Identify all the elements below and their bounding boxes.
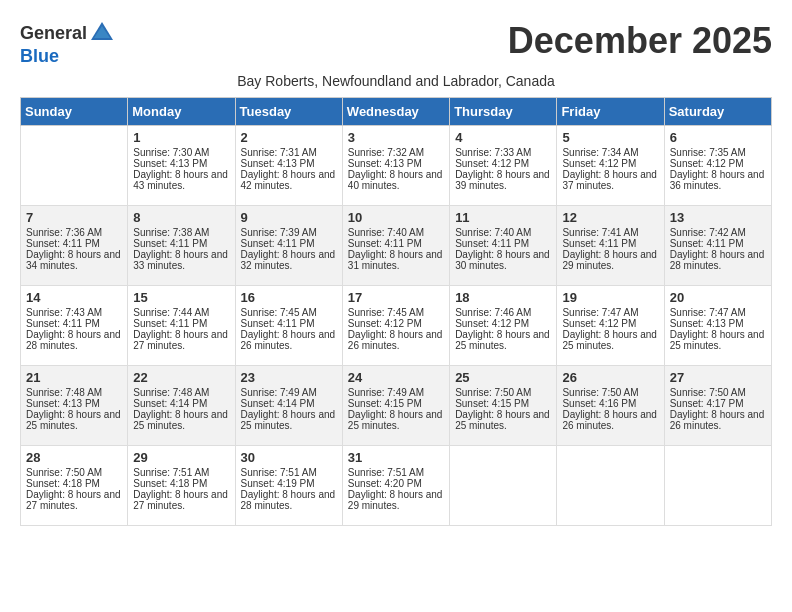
sunset-text: Sunset: 4:11 PM [241,238,337,249]
sunrise-text: Sunrise: 7:51 AM [241,467,337,478]
calendar-cell [21,126,128,206]
calendar-cell: 20Sunrise: 7:47 AMSunset: 4:13 PMDayligh… [664,286,771,366]
day-header-sunday: Sunday [21,98,128,126]
calendar-week-4: 28Sunrise: 7:50 AMSunset: 4:18 PMDayligh… [21,446,772,526]
daylight-text: Daylight: 8 hours and 30 minutes. [455,249,551,271]
daylight-text: Daylight: 8 hours and 39 minutes. [455,169,551,191]
day-number: 26 [562,370,658,385]
sunrise-text: Sunrise: 7:30 AM [133,147,229,158]
sunset-text: Sunset: 4:19 PM [241,478,337,489]
day-header-thursday: Thursday [450,98,557,126]
daylight-text: Daylight: 8 hours and 26 minutes. [562,409,658,431]
sunset-text: Sunset: 4:11 PM [133,238,229,249]
month-title: December 2025 [508,20,772,62]
day-header-monday: Monday [128,98,235,126]
calendar-cell: 10Sunrise: 7:40 AMSunset: 4:11 PMDayligh… [342,206,449,286]
day-number: 15 [133,290,229,305]
sunrise-text: Sunrise: 7:44 AM [133,307,229,318]
sunrise-text: Sunrise: 7:49 AM [241,387,337,398]
sunrise-text: Sunrise: 7:50 AM [26,467,122,478]
sunset-text: Sunset: 4:18 PM [133,478,229,489]
subtitle: Bay Roberts, Newfoundland and Labrador, … [20,73,772,89]
sunset-text: Sunset: 4:17 PM [670,398,766,409]
sunrise-text: Sunrise: 7:38 AM [133,227,229,238]
calendar-cell: 25Sunrise: 7:50 AMSunset: 4:15 PMDayligh… [450,366,557,446]
sunset-text: Sunset: 4:13 PM [670,318,766,329]
daylight-text: Daylight: 8 hours and 28 minutes. [241,489,337,511]
calendar-cell: 21Sunrise: 7:48 AMSunset: 4:13 PMDayligh… [21,366,128,446]
daylight-text: Daylight: 8 hours and 27 minutes. [133,329,229,351]
day-number: 23 [241,370,337,385]
calendar-cell: 13Sunrise: 7:42 AMSunset: 4:11 PMDayligh… [664,206,771,286]
day-number: 5 [562,130,658,145]
daylight-text: Daylight: 8 hours and 25 minutes. [455,329,551,351]
sunrise-text: Sunrise: 7:32 AM [348,147,444,158]
calendar-cell: 26Sunrise: 7:50 AMSunset: 4:16 PMDayligh… [557,366,664,446]
sunset-text: Sunset: 4:12 PM [455,158,551,169]
sunset-text: Sunset: 4:11 PM [241,318,337,329]
daylight-text: Daylight: 8 hours and 32 minutes. [241,249,337,271]
daylight-text: Daylight: 8 hours and 27 minutes. [133,489,229,511]
calendar-cell: 31Sunrise: 7:51 AMSunset: 4:20 PMDayligh… [342,446,449,526]
sunset-text: Sunset: 4:12 PM [562,318,658,329]
calendar-cell: 16Sunrise: 7:45 AMSunset: 4:11 PMDayligh… [235,286,342,366]
sunset-text: Sunset: 4:12 PM [670,158,766,169]
day-number: 19 [562,290,658,305]
calendar-header-row: SundayMondayTuesdayWednesdayThursdayFrid… [21,98,772,126]
sunset-text: Sunset: 4:20 PM [348,478,444,489]
daylight-text: Daylight: 8 hours and 25 minutes. [670,329,766,351]
sunset-text: Sunset: 4:11 PM [455,238,551,249]
sunset-text: Sunset: 4:11 PM [133,318,229,329]
logo-general-text: General [20,23,87,44]
daylight-text: Daylight: 8 hours and 42 minutes. [241,169,337,191]
calendar-cell: 6Sunrise: 7:35 AMSunset: 4:12 PMDaylight… [664,126,771,206]
day-number: 17 [348,290,444,305]
calendar-week-1: 7Sunrise: 7:36 AMSunset: 4:11 PMDaylight… [21,206,772,286]
day-number: 28 [26,450,122,465]
sunset-text: Sunset: 4:11 PM [26,238,122,249]
day-number: 12 [562,210,658,225]
calendar-cell: 22Sunrise: 7:48 AMSunset: 4:14 PMDayligh… [128,366,235,446]
day-number: 3 [348,130,444,145]
daylight-text: Daylight: 8 hours and 27 minutes. [26,489,122,511]
day-header-friday: Friday [557,98,664,126]
sunset-text: Sunset: 4:15 PM [348,398,444,409]
day-number: 6 [670,130,766,145]
calendar-body: 1Sunrise: 7:30 AMSunset: 4:13 PMDaylight… [21,126,772,526]
daylight-text: Daylight: 8 hours and 34 minutes. [26,249,122,271]
day-number: 7 [26,210,122,225]
day-number: 30 [241,450,337,465]
daylight-text: Daylight: 8 hours and 26 minutes. [670,409,766,431]
calendar-cell: 14Sunrise: 7:43 AMSunset: 4:11 PMDayligh… [21,286,128,366]
calendar-table: SundayMondayTuesdayWednesdayThursdayFrid… [20,97,772,526]
calendar-cell: 1Sunrise: 7:30 AMSunset: 4:13 PMDaylight… [128,126,235,206]
sunrise-text: Sunrise: 7:34 AM [562,147,658,158]
calendar-cell: 17Sunrise: 7:45 AMSunset: 4:12 PMDayligh… [342,286,449,366]
calendar-cell: 9Sunrise: 7:39 AMSunset: 4:11 PMDaylight… [235,206,342,286]
day-number: 8 [133,210,229,225]
day-number: 31 [348,450,444,465]
sunrise-text: Sunrise: 7:51 AM [133,467,229,478]
daylight-text: Daylight: 8 hours and 40 minutes. [348,169,444,191]
sunrise-text: Sunrise: 7:39 AM [241,227,337,238]
sunset-text: Sunset: 4:11 PM [26,318,122,329]
logo-blue-text: Blue [20,46,59,67]
sunset-text: Sunset: 4:16 PM [562,398,658,409]
sunrise-text: Sunrise: 7:35 AM [670,147,766,158]
daylight-text: Daylight: 8 hours and 33 minutes. [133,249,229,271]
calendar-cell: 29Sunrise: 7:51 AMSunset: 4:18 PMDayligh… [128,446,235,526]
day-number: 14 [26,290,122,305]
calendar-week-3: 21Sunrise: 7:48 AMSunset: 4:13 PMDayligh… [21,366,772,446]
calendar-cell: 7Sunrise: 7:36 AMSunset: 4:11 PMDaylight… [21,206,128,286]
day-number: 24 [348,370,444,385]
day-number: 22 [133,370,229,385]
sunrise-text: Sunrise: 7:50 AM [455,387,551,398]
day-number: 29 [133,450,229,465]
sunrise-text: Sunrise: 7:48 AM [26,387,122,398]
sunrise-text: Sunrise: 7:50 AM [670,387,766,398]
daylight-text: Daylight: 8 hours and 26 minutes. [241,329,337,351]
calendar-cell: 11Sunrise: 7:40 AMSunset: 4:11 PMDayligh… [450,206,557,286]
sunrise-text: Sunrise: 7:40 AM [348,227,444,238]
sunset-text: Sunset: 4:13 PM [26,398,122,409]
calendar-cell: 5Sunrise: 7:34 AMSunset: 4:12 PMDaylight… [557,126,664,206]
